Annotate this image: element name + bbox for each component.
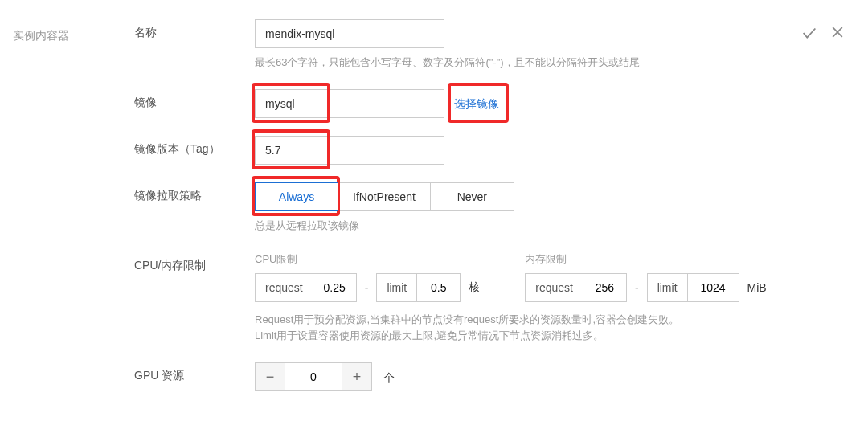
section-title: 实例内容器 [13,29,129,43]
cpu-limit-input[interactable] [416,274,460,301]
cpu-request-label: request [256,281,313,294]
select-image-link[interactable]: 选择镜像 [454,97,499,110]
pull-policy-always[interactable]: Always [255,182,338,211]
gpu-input[interactable] [285,362,342,391]
gpu-plus-button[interactable]: + [342,362,372,391]
image-input[interactable] [255,89,444,118]
cpu-mem-help2: Limit用于设置容器使用资源的最大上限,避免异常情况下节点资源消耗过多。 [255,328,849,345]
gpu-unit: 个 [383,371,395,384]
mem-limit-title: 内存限制 [525,252,766,267]
mem-dash: - [635,281,639,294]
image-tag-input[interactable] [255,136,444,165]
mem-unit: MiB [747,281,767,294]
pull-policy-group: Always IfNotPresent Never [255,182,514,211]
gpu-label: GPU 资源 [134,362,255,383]
cpu-limit-label: limit [377,281,416,294]
mem-request-input[interactable] [583,274,626,301]
mem-limit-label: limit [648,281,687,294]
cpu-mem-label: CPU/内存限制 [134,252,255,273]
name-input[interactable] [255,19,444,48]
gpu-stepper: − + [255,362,372,391]
cpu-mem-help1: Request用于预分配资源,当集群中的节点没有request所要求的资源数量时… [255,312,849,329]
pull-policy-ifnotpresent[interactable]: IfNotPresent [338,182,431,211]
close-icon[interactable] [829,24,845,42]
image-label: 镜像 [134,89,255,110]
image-tag-label: 镜像版本（Tag） [134,136,255,157]
name-help: 最长63个字符，只能包含小写字母、数字及分隔符("-")，且不能以分隔符开头或结… [255,55,849,71]
mem-request-label: request [526,281,583,294]
confirm-icon[interactable] [800,24,818,42]
pull-policy-never[interactable]: Never [431,182,514,211]
pull-policy-label: 镜像拉取策略 [134,182,255,203]
cpu-request-input[interactable] [313,274,356,301]
cpu-limit-title: CPU限制 [255,252,480,267]
cpu-unit: 核 [469,280,480,295]
name-label: 名称 [134,19,255,40]
cpu-dash: - [365,281,369,294]
gpu-minus-button[interactable]: − [255,362,285,391]
mem-limit-input[interactable] [687,274,739,301]
pull-policy-help: 总是从远程拉取该镜像 [255,218,849,235]
